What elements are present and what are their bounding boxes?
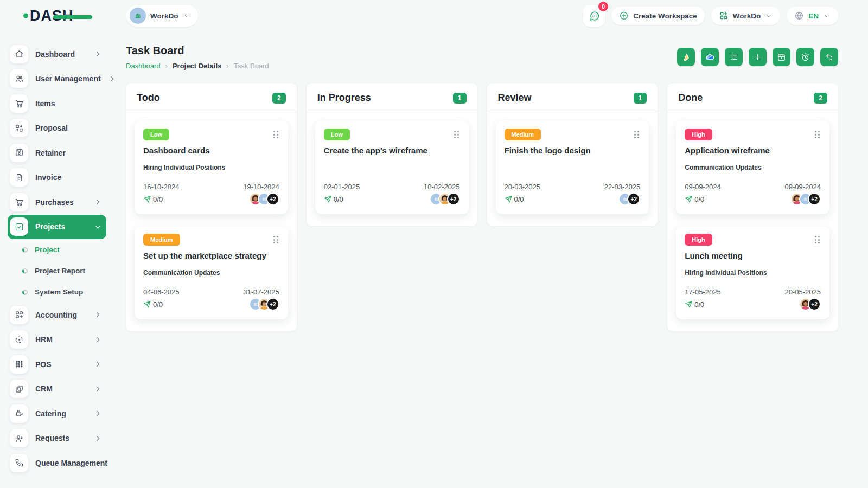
bullet-icon — [22, 247, 28, 253]
card-menu-button[interactable] — [814, 129, 821, 140]
sidebar-item-label: Purchases — [35, 198, 87, 207]
sidebar-item-label: Projects — [35, 222, 87, 231]
task-progress-count: 0/0 — [514, 195, 524, 203]
task-board: Todo 2 Low Dashboard cards Hiring Indivi… — [126, 83, 838, 331]
assignee-avatars: +2 — [799, 298, 821, 311]
chevron-down-icon — [183, 12, 190, 20]
column-body: High Application wireframe Communication… — [667, 112, 838, 331]
assignee-avatars: +2 — [618, 192, 640, 206]
send-icon — [685, 300, 693, 309]
sidebar-item-items[interactable]: Items — [8, 91, 106, 116]
language-label: EN — [808, 12, 819, 20]
card-menu-button[interactable] — [633, 129, 640, 140]
coffee-icon — [10, 404, 28, 423]
avatar-more: +2 — [447, 192, 460, 206]
add-task-button[interactable] — [749, 48, 767, 66]
target-icon — [10, 330, 28, 349]
sidebar-item-label: Proposal — [35, 124, 102, 132]
task-progress-count: 0/0 — [153, 300, 163, 309]
sidebar-item-hrm[interactable]: HRM — [8, 328, 106, 352]
chevron-right-icon — [94, 336, 102, 344]
task-card[interactable]: Medium Set up the marketplace strategy C… — [135, 226, 288, 319]
sidebar-item-pos[interactable]: POS — [8, 352, 106, 377]
chevron-down-icon — [94, 223, 102, 231]
task-card[interactable]: High Application wireframe Communication… — [676, 121, 829, 214]
chevron-down-icon — [765, 12, 773, 20]
sidebar-item-user-management[interactable]: User Management — [8, 67, 106, 92]
task-end-date: 19-10-2024 — [243, 183, 279, 191]
sidebar-item-label: Invoice — [35, 173, 102, 182]
breadcrumb-task-board: Task Board — [234, 62, 269, 70]
list-view-button[interactable] — [725, 48, 743, 66]
card-menu-button[interactable] — [814, 234, 821, 246]
cards-icon — [10, 380, 28, 398]
sidebar-subitem-label: Project — [35, 246, 60, 254]
breadcrumb-project-details[interactable]: Project Details — [173, 62, 221, 70]
send-icon — [685, 195, 693, 203]
timer-button[interactable] — [796, 48, 814, 66]
create-workspace-label: Create Workspace — [633, 12, 697, 20]
bullet-icon — [22, 290, 28, 295]
chevron-down-icon — [823, 12, 831, 20]
sidebar-item-proposal[interactable]: Proposal — [8, 116, 106, 141]
logo-wrap: DASH — [0, 9, 114, 23]
messages-button[interactable]: 0 — [583, 5, 605, 27]
sidebar-item-requests[interactable]: Requests — [8, 426, 106, 451]
app-logo[interactable]: DASH — [30, 9, 74, 23]
sidebar-item-queue-management[interactable]: Queue Management — [8, 451, 106, 476]
column-title: Done — [678, 92, 703, 104]
task-start-date: 09-09-2024 — [685, 183, 721, 191]
main-content: Task Board Dashboard›Project Details›Tas… — [114, 31, 868, 488]
sidebar-item-crm[interactable]: CRM — [8, 377, 106, 402]
sidebar-item-label: Requests — [35, 434, 87, 442]
sidebar-item-label: HRM — [35, 335, 87, 344]
onedrive-button[interactable] — [701, 48, 719, 66]
sidebar-subitem-system-setup[interactable]: System Setup — [8, 281, 106, 303]
users-icon — [10, 69, 28, 88]
logo-bar-decoration — [53, 15, 92, 19]
sidebar-item-purchases[interactable]: Purchases — [8, 190, 106, 215]
sidebar-subitem-project[interactable]: Project — [8, 239, 106, 260]
card-menu-button[interactable] — [272, 129, 279, 140]
cart-icon — [10, 193, 28, 211]
page-actions — [677, 48, 838, 66]
task-title: Lunch meeting — [685, 251, 821, 260]
sidebar-item-invoice[interactable]: Invoice — [8, 165, 106, 190]
sidebar-item-retainer[interactable]: Retainer — [8, 140, 106, 165]
task-card[interactable]: Low Create the app's wireframe 02-01-202… — [315, 121, 469, 214]
grid-plus-icon — [10, 306, 28, 324]
sidebar-subitem-project-report[interactable]: Project Report — [8, 260, 106, 281]
task-start-date: 17-05-2025 — [685, 288, 721, 296]
workspace-switcher-label: WorkDo — [733, 12, 761, 20]
column-body: Medium Finish the logo design 20-03-2025… — [487, 112, 658, 226]
sidebar-item-label: Dashboard — [35, 50, 87, 59]
task-card[interactable]: Low Dashboard cards Hiring Individual Po… — [135, 121, 288, 214]
calendar-button[interactable] — [773, 48, 790, 66]
chat-icon — [589, 10, 600, 22]
create-workspace-button[interactable]: Create Workspace — [611, 7, 705, 25]
task-end-date: 10-02-2025 — [424, 183, 460, 191]
alarm-icon — [801, 53, 810, 62]
sidebar-item-projects[interactable]: Projects — [8, 215, 106, 240]
logo-dot-decoration — [23, 14, 28, 18]
sidebar-subitem-label: Project Report — [35, 267, 85, 275]
task-start-date: 16-10-2024 — [143, 183, 180, 191]
workspace-pill[interactable]: WorkDo — [126, 5, 198, 27]
task-milestone — [505, 164, 641, 172]
task-card[interactable]: High Lunch meeting Hiring Individual Pos… — [676, 226, 829, 319]
google-drive-button[interactable] — [677, 48, 695, 66]
phone-icon — [10, 454, 28, 472]
breadcrumb-dashboard[interactable]: Dashboard — [126, 62, 161, 70]
sidebar-item-dashboard[interactable]: Dashboard — [8, 42, 106, 67]
back-button[interactable] — [820, 48, 838, 66]
workspace-switcher[interactable]: WorkDo — [711, 7, 781, 25]
sidebar-item-catering[interactable]: Catering — [8, 401, 106, 426]
language-selector[interactable]: EN — [787, 7, 838, 25]
card-menu-button[interactable] — [453, 129, 460, 140]
task-card[interactable]: Medium Finish the logo design 20-03-2025… — [496, 121, 649, 214]
sidebar-item-accounting[interactable]: Accounting — [8, 303, 106, 328]
breadcrumb-separator: › — [226, 62, 228, 70]
user-plus-icon — [10, 429, 28, 447]
plus-circle-icon — [619, 11, 629, 21]
card-menu-button[interactable] — [272, 234, 279, 246]
